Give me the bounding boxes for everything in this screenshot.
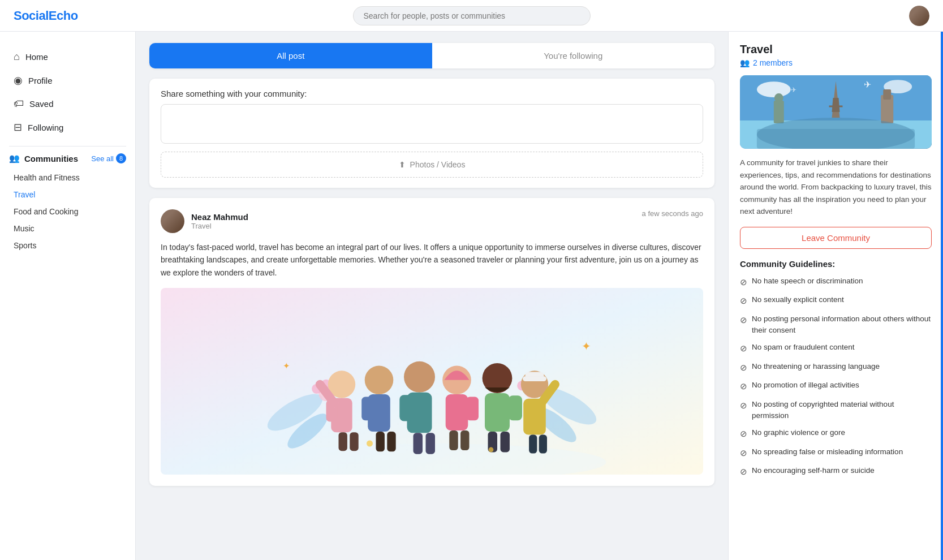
community-item-sports[interactable]: Sports [9,237,126,254]
communities-header: 👥 Communities See all 8 [9,153,126,163]
home-icon: ⌂ [14,51,20,63]
post-author-info: Neaz Mahmud Travel [161,209,248,233]
logo: SocialEcho [14,8,78,23]
sidebar-item-saved[interactable]: 🏷 Saved [9,92,126,115]
people-illustration-svg: ✦ ✦ [161,288,703,475]
svg-rect-33 [449,430,458,450]
guideline-item-2: ⊘No posting personal information about o… [740,313,932,337]
svg-rect-45 [539,435,547,454]
svg-point-25 [404,361,435,393]
community-title: Travel [740,43,932,56]
svg-rect-28 [414,433,423,454]
app-header: SocialEcho [0,0,943,32]
svg-rect-34 [460,430,469,450]
right-sidebar: Travel 👥 2 members [728,32,943,560]
svg-text:✈: ✈ [864,80,871,89]
guideline-text: No hate speech or discrimination [752,275,863,287]
see-all-button[interactable]: See all 8 [91,153,126,163]
sidebar: ⌂ Home ◉ Profile 🏷 Saved ⊟ Following 👥 C… [0,32,136,560]
avatar-image [909,6,929,26]
svg-point-49 [489,447,494,453]
post-composer: Share something with your community: ⬆ P… [149,79,714,188]
guideline-text: No sexually explicit content [752,294,844,305]
communities-icon: 👥 [9,153,20,163]
sidebar-item-profile[interactable]: ◉ Profile [9,68,126,92]
sidebar-item-home-label: Home [25,52,48,62]
post-author-name: Neaz Mahmud [191,212,248,222]
guideline-icon: ⊘ [740,380,747,393]
guideline-icon: ⊘ [740,466,747,479]
composer-label: Share something with your community: [161,89,703,98]
svg-text:✦: ✦ [283,361,290,371]
community-item-music[interactable]: Music [9,220,126,237]
sidebar-item-home[interactable]: ⌂ Home [9,45,126,68]
post-body: In today's fast-paced world, travel has … [161,241,703,279]
communities-badge: 8 [116,153,126,163]
guideline-item-4: ⊘No threatening or harassing language [740,361,932,374]
sidebar-item-following[interactable]: ⊟ Following [9,115,126,139]
svg-text:✈: ✈ [791,86,796,94]
post-time: a few seconds ago [642,209,703,218]
search-input[interactable] [353,6,591,25]
post-community: Travel [191,222,248,230]
guideline-text: No spreading false or misleading informa… [752,446,903,458]
guideline-icon: ⊘ [740,295,747,308]
svg-rect-22 [361,397,374,421]
guideline-text: No threatening or harassing language [752,361,880,372]
see-all-label: See all [91,154,114,163]
tab-all-post[interactable]: All post [149,43,432,68]
guideline-icon: ⊘ [740,447,747,460]
community-banner: ✈ ✈ [740,75,932,149]
svg-rect-64 [757,129,915,149]
post-author-avatar [161,209,184,233]
post-image: ✦ ✦ [161,288,703,475]
sidebar-item-following-label: Following [28,123,63,132]
post-author-meta: Neaz Mahmud Travel [191,212,248,230]
guideline-text: No posting of copyrighted material witho… [752,399,932,422]
svg-rect-42 [523,376,546,381]
svg-marker-55 [832,98,840,112]
svg-rect-29 [426,433,436,454]
community-item-travel[interactable]: Travel [9,186,126,203]
sidebar-nav: ⌂ Home ◉ Profile 🏷 Saved ⊟ Following [9,45,126,139]
guideline-icon: ⊘ [740,276,747,289]
guideline-text: No posting personal information about ot… [752,313,932,337]
svg-rect-60 [883,89,891,100]
svg-rect-32 [466,397,479,421]
svg-rect-57 [774,101,784,123]
main-layout: ⌂ Home ◉ Profile 🏷 Saved ⊟ Following 👥 C… [0,32,943,560]
guideline-text: No promotion of illegal activities [752,380,859,391]
user-avatar-header[interactable] [909,6,929,26]
svg-rect-36 [485,393,510,432]
svg-point-20 [365,366,394,395]
guidelines-title: Community Guidelines: [740,259,932,269]
svg-rect-23 [376,432,385,451]
tab-following[interactable]: You're following [432,43,715,68]
guideline-text: No spam or fraudulent content [752,342,855,353]
guideline-item-9: ⊘No encouraging self-harm or suicide [740,465,932,479]
svg-rect-44 [529,435,537,454]
members-icon: 👥 [740,58,750,67]
guideline-icon: ⊘ [740,361,747,374]
feed-tabs: All post You're following [149,43,714,68]
svg-rect-31 [446,394,468,430]
search-bar[interactable] [353,6,591,25]
guideline-icon: ⊘ [740,314,747,327]
guideline-item-7: ⊘No graphic violence or gore [740,427,932,441]
svg-rect-27 [399,395,413,421]
profile-icon: ◉ [14,74,23,87]
members-count: 👥 2 members [740,58,932,67]
guideline-item-6: ⊘No posting of copyrighted material with… [740,399,932,422]
guideline-item-0: ⊘No hate speech or discrimination [740,275,932,289]
sidebar-divider [9,146,126,147]
following-icon: ⊟ [14,121,22,133]
saved-icon: 🏷 [14,98,24,110]
guideline-icon: ⊘ [740,399,747,412]
media-upload-button[interactable]: ⬆ Photos / Videos [161,152,703,178]
svg-rect-19 [350,432,358,451]
composer-textarea[interactable] [161,104,703,144]
svg-rect-24 [387,432,395,451]
leave-community-button[interactable]: Leave Community [740,227,932,249]
community-item-food[interactable]: Food and Cooking [9,203,126,220]
community-item-health[interactable]: Health and Fitness [9,169,126,186]
